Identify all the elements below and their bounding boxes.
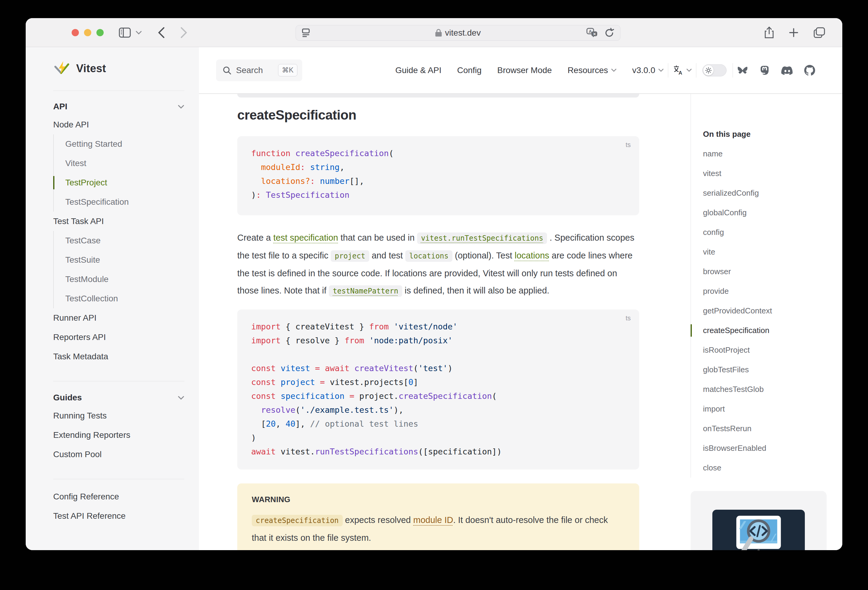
sidebar-item-running-tests[interactable]: Running Tests: [53, 406, 185, 425]
browser-toolbar: vitest.dev A ✕: [26, 18, 842, 47]
nav-link-v3-0-0[interactable]: v3.0.0: [632, 66, 664, 75]
sidebar-item-testcase[interactable]: TestCase: [54, 231, 185, 250]
chevron-down-icon: [178, 105, 185, 109]
toc-item-isrootproject[interactable]: isRootProject: [703, 340, 830, 360]
sidebar-section-api[interactable]: API: [53, 98, 185, 115]
sidebar-sublist: TestCaseTestSuiteTestModuleTestCollectio…: [53, 231, 185, 308]
toc-item-import[interactable]: import: [703, 399, 830, 419]
toc-item-globtestfiles[interactable]: globTestFiles: [703, 360, 830, 380]
minimize-window-button[interactable]: [84, 29, 91, 36]
sponsor-ad-card[interactable]: [691, 491, 827, 550]
inline-code-link[interactable]: testNamePattern: [329, 285, 402, 297]
back-button[interactable]: [158, 18, 165, 47]
toc-item-name[interactable]: name: [703, 144, 830, 164]
toc-item-globalconfig[interactable]: globalConfig: [703, 203, 830, 222]
chevron-down-icon: [178, 396, 185, 400]
code-line: const specification = project.createSpec…: [251, 389, 630, 403]
tab-overview-icon[interactable]: [813, 27, 825, 38]
search-label: Search: [236, 66, 263, 75]
toc-item-vite[interactable]: vite: [703, 242, 830, 262]
nav-link-label: Config: [457, 66, 481, 75]
new-tab-icon[interactable]: [788, 28, 799, 38]
sidebar-item-testmodule[interactable]: TestModule: [54, 270, 185, 289]
inline-link[interactable]: module ID: [413, 515, 453, 525]
sidebar-item-test-task-api[interactable]: Test Task API: [53, 212, 185, 231]
inline-code: createSpecification: [252, 515, 343, 526]
table-of-contents: On this page namevitestserializedConfigg…: [691, 94, 830, 550]
nav-link-browser-mode[interactable]: Browser Mode: [497, 66, 552, 75]
inline-link[interactable]: test specification: [273, 233, 338, 243]
sidebar-item-task-metadata[interactable]: Task Metadata: [53, 347, 185, 366]
language-menu[interactable]: A: [672, 65, 692, 76]
sidebar-item-config-reference[interactable]: Config Reference: [53, 487, 185, 506]
sidebar-item-runner-api[interactable]: Runner API: [53, 308, 185, 328]
doc-content: createSpecification ts function createSp…: [237, 94, 639, 550]
sidebar-item-getting-started[interactable]: Getting Started: [54, 134, 185, 154]
doc-paragraph: Create a test specification that can be …: [237, 229, 639, 300]
toc-item-vitest[interactable]: vitest: [703, 164, 830, 183]
sidebar-menu-chevron-icon[interactable]: [136, 31, 142, 34]
search-icon: [223, 66, 231, 75]
sidebar-item-test-api-reference[interactable]: Test API Reference: [53, 506, 185, 526]
nav-link-label: Resources: [568, 66, 608, 75]
forward-button[interactable]: [180, 18, 187, 47]
sidebar-sublist: Getting StartedVitestTestProjectTestSpec…: [53, 134, 185, 212]
sidebar-toggle-icon[interactable]: [119, 28, 131, 38]
sidebar-item-node-api[interactable]: Node API: [53, 115, 185, 134]
sidebar-item-testspecification[interactable]: TestSpecification: [54, 192, 185, 212]
code-block-example: ts import { createVitest } from 'vitest/…: [237, 309, 639, 469]
sidebar-section-guides[interactable]: Guides: [53, 389, 185, 406]
sidebar-section-label: API: [53, 102, 67, 112]
inline-link[interactable]: locations: [515, 251, 549, 260]
social-links: [737, 65, 815, 76]
sun-icon: [703, 65, 714, 75]
sidebar-item-extending-reporters[interactable]: Extending Reporters: [53, 425, 185, 445]
theme-toggle[interactable]: [703, 64, 726, 77]
chevron-down-icon: [611, 69, 617, 72]
browser-window: vitest.dev A ✕: [26, 18, 842, 550]
sidebar-item-reporters-api[interactable]: Reporters API: [53, 328, 185, 347]
address-bar[interactable]: vitest.dev A ✕: [295, 25, 620, 41]
nav-link-resources[interactable]: Resources: [568, 66, 617, 75]
sidebar-divider: [53, 464, 185, 479]
github-icon[interactable]: [804, 65, 815, 76]
code-line: [20, 40], // optional test lines: [251, 417, 630, 431]
nav-link-config[interactable]: Config: [457, 66, 481, 75]
code-line: import { resolve } from 'node:path/posix…: [251, 334, 630, 347]
nav-link-guide-api[interactable]: Guide & API: [395, 66, 441, 75]
toc-item-getprovidedcontext[interactable]: getProvidedContext: [703, 301, 830, 321]
inline-code-link[interactable]: vitest.runTestSpecifications: [417, 232, 547, 244]
sidebar-item-testcollection[interactable]: TestCollection: [54, 289, 185, 308]
mastodon-icon[interactable]: [760, 65, 770, 75]
toc-item-close[interactable]: close: [703, 458, 830, 478]
sidebar-item-custom-pool[interactable]: Custom Pool: [53, 445, 185, 464]
url-host: vitest.dev: [445, 28, 481, 38]
toc-item-createspecification[interactable]: createSpecification: [703, 321, 830, 340]
toc-item-isbrowserenabled[interactable]: isBrowserEnabled: [703, 438, 830, 458]
discord-icon[interactable]: [781, 66, 793, 75]
traffic-lights: [72, 18, 104, 47]
site-logo[interactable]: Vitest: [53, 59, 185, 78]
toc-item-provide[interactable]: provide: [703, 281, 830, 301]
code-line: ): [251, 431, 630, 445]
sidebar-item-vitest[interactable]: Vitest: [54, 154, 185, 173]
sidebar-item-testsuite[interactable]: TestSuite: [54, 250, 185, 270]
nav-link-label: Guide & API: [395, 66, 441, 75]
zoom-window-button[interactable]: [96, 29, 104, 36]
toc-item-browser[interactable]: browser: [703, 262, 830, 281]
search-shortcut: ⌘K: [278, 64, 297, 77]
search-button[interactable]: Search ⌘K: [216, 59, 302, 81]
sidebar-item-testproject[interactable]: TestProject: [54, 173, 185, 192]
bluesky-icon[interactable]: [737, 66, 748, 75]
close-window-button[interactable]: [72, 29, 79, 36]
code-line: moduleId: string,: [251, 160, 630, 174]
toc-item-ontestsrerun[interactable]: onTestsRerun: [703, 419, 830, 438]
share-icon[interactable]: [764, 26, 774, 39]
code-line: resolve('./example.test.ts'),: [251, 403, 630, 417]
toc-item-config[interactable]: config: [703, 222, 830, 242]
code-line: ): TestSpecification: [251, 188, 630, 202]
sidebar-nav: APINode APIGetting StartedVitestTestProj…: [53, 98, 185, 526]
toc-item-serializedconfig[interactable]: serializedConfig: [703, 183, 830, 203]
warning-text: createSpecification expects resolved mod…: [252, 512, 625, 546]
toc-item-matchestestglob[interactable]: matchesTestGlob: [703, 380, 830, 399]
